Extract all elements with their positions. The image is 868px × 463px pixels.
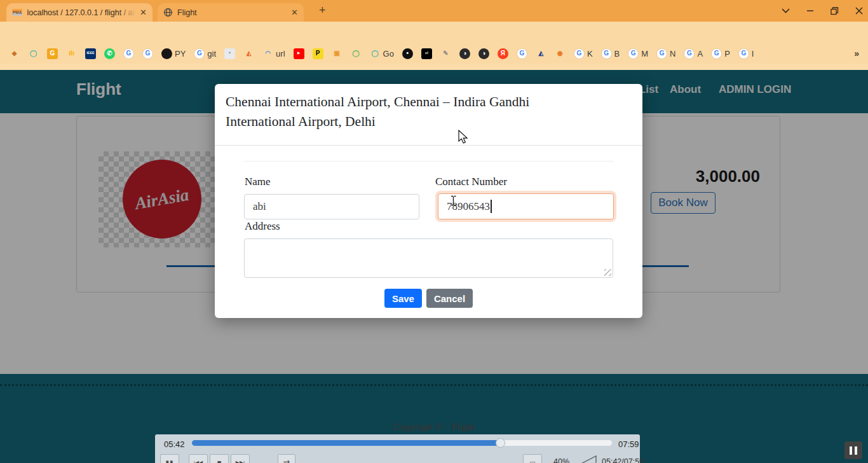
booking-modal: Chennai International Airport, Chennai –… <box>215 84 642 318</box>
video-player-bar: 05:42 07:59 40% 05:42/07:59 ▮▮|◀◀■▶▶|⇄▭ <box>155 434 640 463</box>
google-icon[interactable]: GI <box>738 48 754 59</box>
stop-button[interactable]: ■ <box>210 454 229 463</box>
youtube-icon[interactable]: ▶ <box>294 48 304 59</box>
analytics-icon: ılı <box>66 48 77 59</box>
globe-icon[interactable]: ◑ <box>478 48 489 59</box>
duck-icon[interactable]: • <box>402 48 413 59</box>
google-icon[interactable]: GK <box>574 48 593 59</box>
matlab-icon: ◭ <box>536 48 546 59</box>
tab-flight[interactable]: Flight ✕ <box>158 3 304 22</box>
bookmark-label: M <box>641 49 648 59</box>
pause-button[interactable]: ▮▮ <box>160 454 179 463</box>
github-icon <box>161 48 172 59</box>
yandex-icon[interactable]: Я <box>498 48 508 59</box>
close-tab-icon[interactable]: ✕ <box>291 8 298 17</box>
name-input[interactable] <box>244 194 419 219</box>
google-icon[interactable]: GB <box>601 48 620 59</box>
swap-button[interactable]: ⇄ <box>278 454 295 463</box>
google-icon: G <box>194 48 205 59</box>
globe-icon: ◑ <box>459 48 470 59</box>
camera-icon[interactable]: ▣ <box>332 48 342 59</box>
bookmarks-overflow-icon[interactable]: » <box>854 48 859 59</box>
chevron-down-icon[interactable] <box>782 8 790 13</box>
skip-back-button[interactable]: |◀◀ <box>189 454 208 463</box>
eye-icon[interactable]: ◉ <box>555 48 566 59</box>
godaddy-icon[interactable]: ◯ <box>28 48 39 59</box>
matlab-icon[interactable]: ◭ <box>536 48 546 59</box>
google-icon[interactable]: G <box>123 48 134 59</box>
google-icon[interactable]: G <box>517 48 527 59</box>
google-icon[interactable]: GN <box>656 48 675 59</box>
youtube-icon: ▶ <box>294 48 304 59</box>
diamonds-icon[interactable]: ◆ <box>9 48 20 59</box>
duck-icon: • <box>402 48 413 59</box>
google-icon: G <box>517 48 527 59</box>
godaddy-icon: ◯ <box>370 48 381 59</box>
sketch-person-icon[interactable]: ✎ <box>440 48 451 59</box>
godaddy-icon[interactable]: ◯Go <box>370 48 394 59</box>
ieee-icon[interactable]: IEEE <box>85 48 96 59</box>
matlab-icon[interactable]: ◭ <box>243 48 254 59</box>
globe-icon[interactable]: ◑ <box>459 48 470 59</box>
close-tab-icon[interactable]: ✕ <box>140 8 147 17</box>
address-textarea[interactable] <box>244 238 613 278</box>
google-icon: G <box>711 48 722 59</box>
diamonds-icon: ◆ <box>9 48 20 59</box>
floating-pause-button[interactable] <box>844 441 862 459</box>
cube-icon[interactable]: G <box>47 48 58 59</box>
ieee-icon: IEEE <box>85 48 96 59</box>
contact-number-input[interactable]: 78906543 <box>438 193 614 219</box>
photopea-icon[interactable]: P <box>313 48 323 59</box>
eye-icon: ◉ <box>555 48 566 59</box>
google-icon[interactable]: Ggit <box>194 48 216 59</box>
github-icon[interactable]: PY <box>161 48 186 59</box>
circle-icon: ◯ <box>351 48 362 59</box>
contact-number-label: Contact Number <box>435 176 507 188</box>
save-button[interactable]: Save <box>384 289 422 308</box>
analytics-icon[interactable]: ılı <box>66 48 77 59</box>
google-icon: G <box>738 48 749 59</box>
google-icon: G <box>574 48 585 59</box>
resize-grip-icon[interactable] <box>604 269 611 276</box>
address-label: Address <box>245 220 280 233</box>
bookmark-label: git <box>207 49 216 59</box>
briefcase-icon: ▼ <box>224 48 235 59</box>
whatsapp-icon: ✆ <box>104 48 115 59</box>
google-icon[interactable]: G <box>142 48 153 59</box>
bookmark-label: I <box>752 49 754 59</box>
google-icon[interactable]: GA <box>684 48 703 59</box>
whatsapp-icon[interactable]: ✆ <box>104 48 115 59</box>
modal-title: Chennai International Airport, Chennai –… <box>226 92 588 132</box>
skip-forward-button[interactable]: ▶▶| <box>231 454 250 463</box>
seek-bar[interactable] <box>192 440 612 446</box>
wifi-icon[interactable]: ◠url <box>262 48 285 59</box>
minimize-icon[interactable] <box>806 7 814 15</box>
bookmark-label: B <box>614 49 620 59</box>
briefcase-icon[interactable]: ▼ <box>224 48 235 59</box>
chrome-gap <box>0 64 868 70</box>
cl-icon[interactable]: cl <box>421 48 432 59</box>
cube-icon: G <box>47 48 58 59</box>
google-icon: G <box>656 48 667 59</box>
wifi-icon: ◠ <box>262 48 273 59</box>
bookmark-label: N <box>670 49 675 59</box>
google-icon[interactable]: GM <box>628 48 648 59</box>
google-icon: G <box>142 48 153 59</box>
bookmark-label: P <box>724 49 730 59</box>
restore-icon[interactable] <box>831 7 839 15</box>
volume-ramp-icon[interactable] <box>574 455 597 463</box>
google-icon[interactable]: GP <box>711 48 730 59</box>
frame-button[interactable]: ▭ <box>523 454 542 463</box>
seek-thumb[interactable] <box>496 438 505 448</box>
seek-bar-fill <box>192 440 501 446</box>
total-duration: 07:59 <box>618 439 639 449</box>
cancel-button[interactable]: Cancel <box>426 289 473 308</box>
globe-icon: ◑ <box>478 48 489 59</box>
yandex-icon: Я <box>498 48 508 59</box>
circle-icon[interactable]: ◯ <box>351 48 362 59</box>
tab-phpmyadmin[interactable]: PMA localhost / 127.0.0.1 / flight / air… <box>6 3 153 22</box>
new-tab-button[interactable]: + <box>319 4 326 17</box>
tab-title: localhost / 127.0.0.1 / flight / airli <box>27 8 135 17</box>
close-window-icon[interactable] <box>855 7 863 15</box>
modal-button-row: Save Cancel <box>215 289 642 308</box>
